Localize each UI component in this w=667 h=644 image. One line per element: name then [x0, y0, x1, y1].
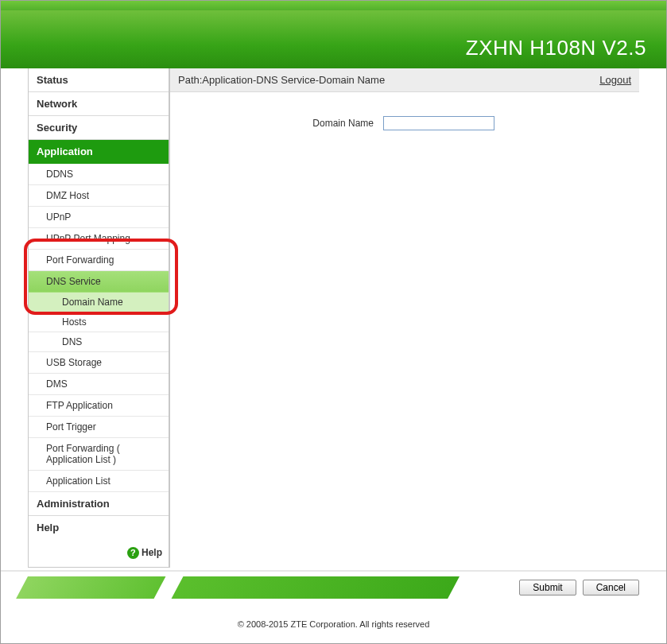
nav-status[interactable]: Status	[29, 68, 169, 92]
device-title: ZXHN H108N V2.5	[466, 36, 646, 60]
body-row: Status Network Security Application DDNS…	[1, 68, 666, 568]
nav-sub-ftp-application[interactable]: FTP Application	[29, 395, 169, 417]
nav-sub-port-forwarding[interactable]: Port Forwarding	[29, 250, 169, 271]
sidebar: Status Network Security Application DDNS…	[28, 68, 169, 568]
logout-link[interactable]: Logout	[599, 74, 631, 86]
domain-name-input[interactable]	[383, 116, 494, 130]
content-area: Domain Name	[170, 92, 639, 154]
main-pane: Path:Application-DNS Service-Domain Name…	[169, 68, 639, 568]
nav-sub-application-list[interactable]: Application List	[29, 471, 169, 492]
submit-button[interactable]: Submit	[519, 580, 576, 596]
nav-help[interactable]: Help	[29, 516, 169, 539]
nav-sub-dns-service[interactable]: DNS Service	[29, 271, 169, 293]
domain-name-label: Domain Name	[202, 118, 377, 129]
nav-sub-dms[interactable]: DMS	[29, 374, 169, 395]
app-window: ZXHN H108N V2.5 Status Network Security …	[0, 0, 667, 644]
nav-administration[interactable]: Administration	[29, 492, 169, 516]
nav-subsub-domain-name[interactable]: Domain Name	[29, 293, 169, 312]
nav-sub-ddns[interactable]: DDNS	[29, 164, 169, 185]
nav-sub-usb-storage[interactable]: USB Storage	[29, 352, 169, 374]
cancel-button[interactable]: Cancel	[583, 580, 639, 596]
nav-network[interactable]: Network	[29, 92, 169, 116]
nav-sub-upnp-port-mapping[interactable]: UPnP Port Mapping	[29, 228, 169, 250]
help-label: Help	[142, 547, 162, 558]
nav-sub-dmz-host[interactable]: DMZ Host	[29, 185, 169, 207]
button-area: Submit Cancel	[519, 580, 639, 596]
help-icon: ?	[127, 547, 139, 559]
page-header: ZXHN H108N V2.5	[1, 1, 666, 68]
domain-name-row: Domain Name	[202, 116, 607, 130]
header-stripe	[1, 1, 666, 10]
nav-subsub-hosts[interactable]: Hosts	[29, 312, 169, 332]
help-link[interactable]: ?Help	[29, 539, 169, 562]
nav-sub-port-fwd-app-list[interactable]: Port Forwarding ( Application List )	[29, 438, 169, 471]
breadcrumb-text: Path:Application-DNS Service-Domain Name	[178, 74, 385, 86]
breadcrumb-bar: Path:Application-DNS Service-Domain Name…	[170, 68, 639, 92]
nav-sub-upnp[interactable]: UPnP	[29, 207, 169, 228]
nav-subsub-dns[interactable]: DNS	[29, 332, 169, 352]
footer-bar: Submit Cancel	[1, 570, 666, 603]
nav-sub-port-trigger[interactable]: Port Trigger	[29, 417, 169, 438]
nav-application[interactable]: Application	[29, 140, 169, 164]
nav-security[interactable]: Security	[29, 116, 169, 140]
copyright-text: © 2008-2015 ZTE Corporation. All rights …	[1, 619, 666, 629]
